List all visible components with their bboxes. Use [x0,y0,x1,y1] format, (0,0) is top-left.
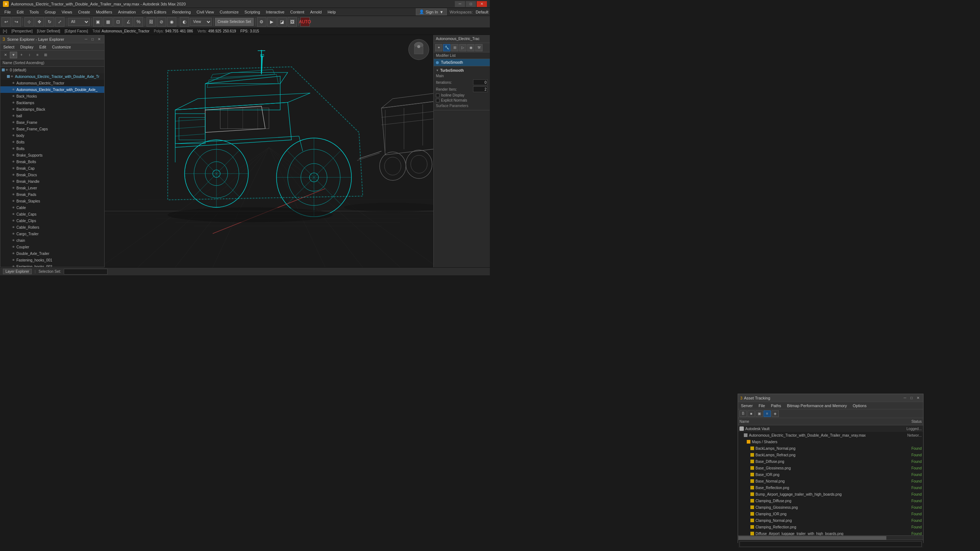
list-item[interactable]: 👁 Break_Cap [0,165,104,171]
list-item[interactable]: 👁 Cargo_Trailer [0,230,104,237]
viewport-canvas[interactable] [105,35,433,267]
snap-toggle-button[interactable]: ⊡ [113,17,123,27]
se-minimize-button[interactable]: ─ [83,37,89,42]
menu-content[interactable]: Content [287,8,307,16]
scale-button[interactable]: ⤢ [55,17,65,27]
undo-button[interactable]: ↩ [2,17,11,27]
list-item[interactable]: 👁 Break_Discs [0,171,104,178]
scene-explorer-list[interactable]: 👁 0 (default) 👁 Autonomous_Electric_Trac… [0,67,104,267]
maximize-button[interactable]: □ [466,1,476,7]
se-sort-button[interactable]: ↕ [26,52,33,58]
list-item[interactable]: 👁 Autonomous_Electric_Tractor_with_Doubl… [0,73,104,80]
menu-modifiers[interactable]: Modifiers [93,8,115,16]
list-item[interactable]: 👁 chain [0,237,104,244]
rp-render-iters-input[interactable] [473,86,488,92]
redo-button[interactable]: ↪ [12,17,21,27]
list-item[interactable]: 👁 ball [0,113,104,119]
rp-explicit-normals-checkbox[interactable] [436,99,439,102]
viewport-orientation-widget[interactable] [408,39,430,60]
menu-group[interactable]: Group [41,8,59,16]
se-options-button[interactable]: ≡ [34,52,41,58]
viewport-3d[interactable] [105,35,433,267]
window-crossing-button[interactable]: ▦ [103,17,113,27]
list-item[interactable]: 👁 0 (default) [0,67,104,73]
layer-explorer-button[interactable]: Layer Explorer [3,269,32,274]
list-item[interactable]: 👁 Break_Handle [0,178,104,185]
percent-snap-button[interactable]: % [134,17,143,27]
menu-scripting[interactable]: Scripting [242,8,263,16]
list-item[interactable]: 👁 Base_Frame [0,119,104,125]
render-button[interactable]: ▶ [267,17,277,27]
rp-isoline-checkbox[interactable] [436,94,439,97]
viewport-shading-button[interactable]: ◐ [180,17,189,27]
se-menu-select[interactable]: Select [0,44,18,50]
render-last-button[interactable]: ◪ [277,17,287,27]
rp-hierarchy-button[interactable]: ⊞ [451,44,458,51]
list-item[interactable]: 👁 Fastening_hooks_002 [0,263,104,267]
list-item[interactable]: 👁 Backlamps_Black [0,106,104,113]
list-item[interactable]: 👁 Autonomous_Electric_Tractor [0,80,104,86]
rp-iterations-input[interactable] [473,79,488,85]
list-item[interactable]: 👁 Cable_Clips [0,218,104,224]
rp-create-button[interactable]: ✦ [435,44,442,51]
select-region-button[interactable]: ▣ [93,17,102,27]
menu-animation[interactable]: Animation [115,8,139,16]
menu-help[interactable]: Help [325,8,339,16]
selection-filter-dropdown[interactable]: All [68,18,90,26]
menu-civil-view[interactable]: Civil View [194,8,216,16]
list-item[interactable]: 👁 Backlamps [0,99,104,106]
list-item[interactable]: 👁 Break_Bolts [0,159,104,165]
menu-file[interactable]: File [2,8,14,16]
unlink-button[interactable]: ⊘ [157,17,166,27]
render-setup-button[interactable]: ⚙ [257,17,266,27]
list-item[interactable]: 👁 Double_Axle_Trailer [0,250,104,257]
menu-rendering[interactable]: Rendering [169,8,194,16]
se-add-layer-button[interactable]: + [18,52,25,58]
select-button[interactable]: ⊹ [24,17,34,27]
se-close-button[interactable]: ✕ [96,37,102,42]
rp-display-button[interactable]: ◉ [467,44,474,51]
se-menu-edit[interactable]: Edit [37,44,49,50]
bind-to-space-button[interactable]: ◉ [167,17,177,27]
list-item[interactable]: 👁 Cable_Rollers [0,224,104,230]
list-item[interactable]: 👁 Break_Pads [0,191,104,198]
menu-interactive[interactable]: Interactive [263,8,288,16]
list-item[interactable]: 👁 Break_Staples [0,198,104,204]
rotate-button[interactable]: ↻ [45,17,54,27]
se-delete-button[interactable]: ✕ [2,52,9,58]
rp-modifier-item[interactable]: TurboSmooth [434,59,490,66]
list-item[interactable]: 👁 Back_Hooks [0,93,104,99]
list-item[interactable]: 👁 Bolts [0,139,104,145]
sign-in-button[interactable]: 👤 Sign In ▼ [416,8,447,15]
list-item[interactable]: 👁 Break_Lever [0,185,104,191]
list-item[interactable]: 👁 Cable_Caps [0,211,104,218]
list-item[interactable]: 👁 Autonomous_Electric_Tractor_with_Doubl… [0,86,104,93]
list-item[interactable]: 👁 Base_Frame_Caps [0,125,104,132]
link-button[interactable]: ⛓ [146,17,156,27]
se-menu-customize[interactable]: Customize [49,44,74,50]
rp-motion-button[interactable]: ▷ [459,44,466,51]
viewport-type-dropdown[interactable]: View [190,18,212,26]
auto-key-button[interactable]: AUTO [300,17,310,27]
angle-snap-button[interactable]: ∠ [124,17,133,27]
rp-modify-button[interactable]: 🔧 [443,44,450,51]
menu-create[interactable]: Create [75,8,93,16]
menu-edit[interactable]: Edit [14,8,27,16]
se-menu-display[interactable]: Display [18,44,37,50]
se-maximize-button[interactable]: □ [90,37,95,42]
list-item[interactable]: 👁 Cable [0,204,104,211]
render-viewport-button[interactable]: 🖼 [288,17,297,27]
list-item[interactable]: 👁 Bolts [0,145,104,152]
menu-graph-editors[interactable]: Graph Editors [139,8,169,16]
list-item[interactable]: 👁 Brake_Supports [0,152,104,159]
se-expand-all-button[interactable]: ⊞ [42,52,49,58]
selection-set-bottom-input[interactable] [64,269,108,275]
list-item[interactable]: 👁 Coupler [0,244,104,250]
list-item[interactable]: 👁 body [0,132,104,139]
se-filter-button[interactable]: ▼ [10,52,17,58]
menu-tools[interactable]: Tools [27,8,42,16]
list-item[interactable]: 👁 Fastening_hooks_001 [0,257,104,263]
rp-utilities-button[interactable]: ⚒ [475,44,482,51]
move-button[interactable]: ✥ [35,17,44,27]
close-button[interactable]: ✕ [477,1,487,7]
